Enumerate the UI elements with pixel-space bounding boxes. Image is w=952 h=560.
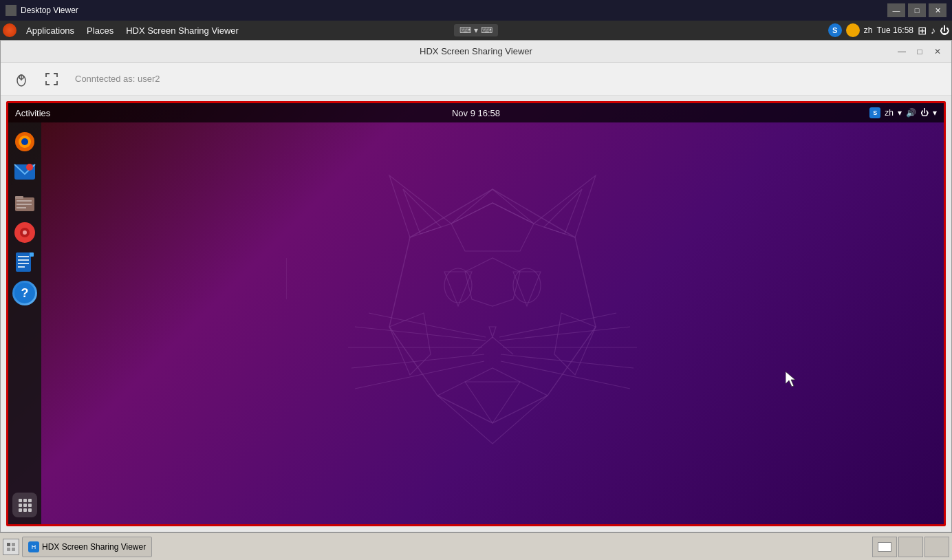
ubuntu-system-arrow: ▾ xyxy=(933,108,937,118)
clock: Tue 16:58 xyxy=(876,25,913,35)
svg-rect-67 xyxy=(12,548,15,551)
svg-marker-36 xyxy=(465,258,520,306)
lang-indicator: zh xyxy=(864,25,873,35)
cat-wallpaper xyxy=(286,134,699,513)
svg-point-37 xyxy=(444,268,472,303)
mouse-mode-button[interactable] xyxy=(9,67,34,91)
ubuntu-topbar: Activities Nov 9 16:58 S zh ▾ 🔊 ⏻ ▾ xyxy=(8,103,944,122)
dock-mail[interactable] xyxy=(12,160,37,184)
svg-rect-25 xyxy=(23,499,27,502)
ubuntu-topbar-right: S zh ▾ 🔊 ⏻ ▾ xyxy=(869,107,937,118)
network-icon2: ⊞ xyxy=(918,24,927,37)
mouse-icon xyxy=(14,72,29,87)
hdx-menu[interactable]: HDX Screen Sharing Viewer xyxy=(120,24,244,37)
outer-minimize-button[interactable]: — xyxy=(887,3,905,17)
inner-window: HDX Screen Sharing Viewer — □ ✕ xyxy=(0,40,952,532)
topbar-right: S zh Tue 16:58 ⊞ ♪ ⏻ xyxy=(828,23,949,37)
svg-rect-65 xyxy=(12,543,15,546)
svg-rect-16 xyxy=(16,252,31,272)
svg-marker-55 xyxy=(451,203,534,251)
remote-desktop-view[interactable]: Activities Nov 9 16:58 S zh ▾ 🔊 ⏻ ▾ xyxy=(6,101,946,526)
keyboard-right-icon: ⌨ xyxy=(481,25,493,35)
svg-text:?: ? xyxy=(21,286,29,300)
hdx-taskbar-icon: H xyxy=(28,541,39,552)
fullscreen-button[interactable] xyxy=(39,67,64,91)
svg-line-46 xyxy=(351,354,484,368)
ubuntu-lang: zh xyxy=(885,108,894,118)
inner-close-button[interactable]: ✕ xyxy=(929,44,946,59)
outer-window-controls: — □ ✕ xyxy=(887,3,946,17)
inner-maximize-button[interactable]: □ xyxy=(911,44,928,59)
svg-point-7 xyxy=(26,164,33,171)
dock-help[interactable]: ? xyxy=(12,281,37,305)
taskbar-right-btn-3[interactable] xyxy=(924,537,949,557)
outer-window: Desktop Viewer — □ ✕ Applications Places… xyxy=(0,0,952,560)
svg-point-39 xyxy=(513,268,541,303)
hdx-taskbar-item[interactable]: H HDX Screen Sharing Viewer xyxy=(22,537,152,557)
svg-rect-28 xyxy=(23,504,27,507)
dock-apps-grid[interactable] xyxy=(12,493,37,517)
svg-marker-58 xyxy=(437,382,548,444)
dock-firefox[interactable] xyxy=(12,129,37,154)
svg-rect-64 xyxy=(7,543,10,546)
inner-titlebar-controls: — □ ✕ xyxy=(894,44,946,59)
svg-rect-18 xyxy=(18,259,29,261)
svg-marker-57 xyxy=(554,313,596,375)
svg-marker-63 xyxy=(786,371,795,387)
svg-rect-66 xyxy=(7,548,10,551)
activities-button[interactable]: Activities xyxy=(15,108,50,118)
remote-wallpaper xyxy=(41,122,944,524)
svg-marker-56 xyxy=(389,313,431,375)
svg-rect-12 xyxy=(17,207,26,208)
taskbar-right-btn-2[interactable] xyxy=(898,537,923,557)
ubuntu-logo-icon xyxy=(3,23,17,37)
dock-music[interactable] xyxy=(12,220,37,245)
hdx-taskbar-label: HDX Screen Sharing Viewer xyxy=(42,542,146,552)
ubuntu-clock: Nov 9 16:58 xyxy=(452,108,500,118)
svg-rect-29 xyxy=(28,504,32,507)
fullscreen-icon xyxy=(44,72,59,87)
keyboard-widget[interactable]: ⌨ ▾ ⌨ xyxy=(454,24,498,36)
connection-status: Conntected as: user2 xyxy=(75,74,160,84)
svg-point-5 xyxy=(21,138,28,145)
app-icon xyxy=(6,5,17,16)
svg-rect-9 xyxy=(15,196,23,199)
skype-indicator: S xyxy=(828,23,842,37)
dock-writer[interactable] xyxy=(12,250,37,275)
svg-rect-20 xyxy=(18,266,25,268)
switch-icon xyxy=(6,542,16,552)
ubuntu-lang-arrow: ▾ xyxy=(898,108,902,118)
taskbar-right-btn-1[interactable] xyxy=(872,537,897,557)
window-preview xyxy=(878,542,891,552)
taskbar-right-buttons xyxy=(872,537,949,557)
remote-cursor xyxy=(786,371,798,387)
svg-rect-32 xyxy=(28,508,32,512)
outer-maximize-button[interactable]: □ xyxy=(908,3,926,17)
applications-menu[interactable]: Applications xyxy=(21,24,80,37)
volume-icon: ♪ xyxy=(931,25,935,36)
svg-line-49 xyxy=(499,327,630,341)
top-menubar: Applications Places HDX Screen Sharing V… xyxy=(0,21,952,40)
svg-line-51 xyxy=(501,354,634,368)
bottom-taskbar: H HDX Screen Sharing Viewer xyxy=(0,532,952,560)
svg-marker-40 xyxy=(513,272,541,306)
inner-minimize-button[interactable]: — xyxy=(894,44,910,59)
outer-titlebar: Desktop Viewer — □ ✕ xyxy=(0,0,952,21)
keyboard-left-icon: ⌨ xyxy=(459,25,471,35)
svg-rect-26 xyxy=(28,499,32,502)
svg-rect-30 xyxy=(19,508,22,512)
outer-window-title: Desktop Viewer xyxy=(21,6,887,15)
svg-marker-54 xyxy=(465,368,520,423)
inner-window-title: HDX Screen Sharing Viewer xyxy=(420,46,532,56)
outer-close-button[interactable]: ✕ xyxy=(929,3,946,17)
ubuntu-volume-icon: 🔊 xyxy=(906,108,916,118)
svg-rect-11 xyxy=(17,204,32,205)
taskbar-switch-button[interactable] xyxy=(3,539,19,555)
dock-files[interactable] xyxy=(12,190,37,215)
ubuntu-skype-icon: S xyxy=(869,107,880,118)
svg-rect-24 xyxy=(19,499,22,502)
main-content: Activities Nov 9 16:58 S zh ▾ 🔊 ⏻ ▾ xyxy=(1,96,951,532)
svg-line-44 xyxy=(355,327,486,341)
network-icon xyxy=(846,23,860,37)
places-menu[interactable]: Places xyxy=(81,24,119,37)
